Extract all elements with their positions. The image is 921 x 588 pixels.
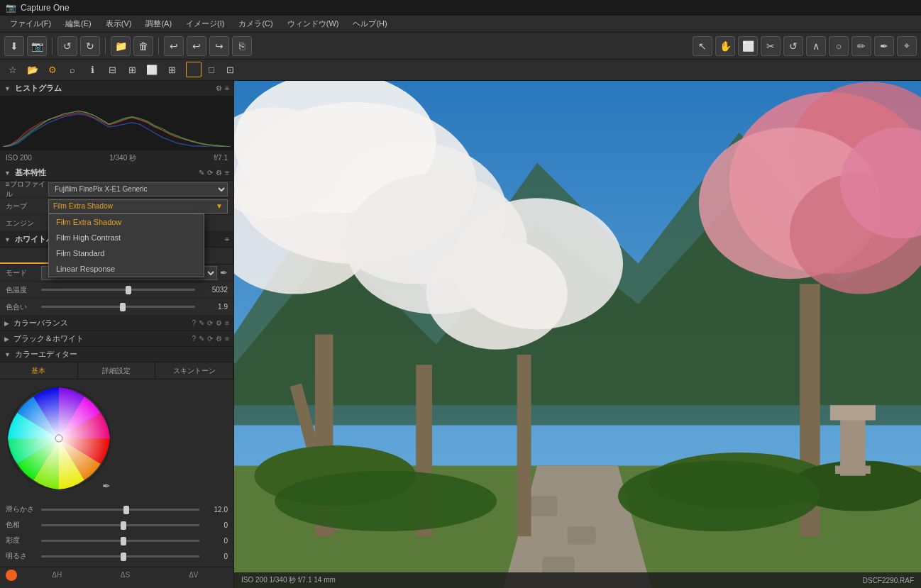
basic-props-ctrl2[interactable]: ⟳ xyxy=(207,169,213,177)
move-to-button[interactable]: 📁 xyxy=(111,36,131,56)
rotate-tool[interactable]: ↺ xyxy=(783,36,803,56)
loupe-tool[interactable]: ⬜ xyxy=(738,36,758,56)
menu-help[interactable]: ヘルプ(H) xyxy=(346,17,394,30)
eyedrop-icon[interactable]: ✒ xyxy=(220,267,228,278)
menu-file[interactable]: ファイル(F) xyxy=(3,17,58,30)
histogram-ctrl1[interactable]: ⚙ xyxy=(216,84,222,92)
cb-icons: ? ✎ ⟳ ⚙ ≡ xyxy=(192,319,229,327)
cb-icon1[interactable]: ? xyxy=(192,319,197,327)
lightness-value: 0 xyxy=(199,553,228,560)
bw-icon5[interactable]: ≡ xyxy=(225,335,229,343)
menu-image[interactable]: イメージ(I) xyxy=(179,17,231,30)
ce-panel-header[interactable]: ▼ カラーエディター xyxy=(0,347,233,362)
cb-icon4[interactable]: ⚙ xyxy=(216,319,222,327)
wb-ctrl-eq[interactable]: ≡ xyxy=(225,235,229,243)
smoothness-track[interactable] xyxy=(41,509,199,511)
smoothness-label: 滑らかさ xyxy=(6,504,41,514)
curve-dropdown-trigger[interactable]: Film Extra Shadow ▼ xyxy=(48,199,228,213)
tint-slider-track[interactable] xyxy=(41,306,195,308)
ce-tab-basic[interactable]: 基本 xyxy=(0,362,78,379)
hue-thumb[interactable] xyxy=(121,521,126,530)
view-mode-orange[interactable] xyxy=(186,62,202,77)
cursor-tool[interactable]: ↖ xyxy=(693,36,712,56)
picker-tool[interactable]: ⌖ xyxy=(897,36,917,56)
profile-control: Fujifilm FinePix X-E1 Generic xyxy=(48,182,228,196)
tool-sliders[interactable]: ⊟ xyxy=(104,62,121,79)
rotate-left-button[interactable]: ↺ xyxy=(57,36,77,56)
hue-track[interactable] xyxy=(41,524,199,526)
profile-select[interactable]: Fujifilm FinePix X-E1 Generic xyxy=(48,182,228,196)
wheel-eyedrop-icon[interactable]: ✒ xyxy=(102,480,111,492)
menu-window[interactable]: ウィンドウ(W) xyxy=(280,17,346,30)
redo-button2[interactable]: ↩ xyxy=(187,36,206,56)
menu-edit[interactable]: 編集(E) xyxy=(58,17,99,30)
histogram-header[interactable]: ▼ ヒストグラム ⚙ ≡ xyxy=(0,81,233,96)
delta-v-label: ΔV xyxy=(160,571,228,579)
rotate-right-button[interactable]: ↻ xyxy=(80,36,100,56)
ce-tab-skin[interactable]: スキントーン xyxy=(155,362,233,379)
histogram-ctrl2[interactable]: ≡ xyxy=(225,84,229,92)
tool-search[interactable]: ⌕ xyxy=(64,62,81,79)
saturation-track[interactable] xyxy=(41,540,199,542)
tint-label: 色合い xyxy=(6,302,41,312)
menu-adjust[interactable]: 調整(A) xyxy=(138,17,179,30)
view-mode-square2[interactable]: ⊡ xyxy=(221,62,238,79)
temp-slider-track[interactable] xyxy=(41,289,195,291)
pan-tool[interactable]: ✋ xyxy=(715,36,735,56)
saturation-thumb[interactable] xyxy=(121,537,126,545)
ce-panel-title: カラーエディター xyxy=(15,349,77,360)
tool-grid[interactable]: ⊞ xyxy=(123,62,140,79)
tint-value: 1.9 xyxy=(199,303,228,311)
saturation-label: 彩度 xyxy=(6,536,41,545)
cb-icon2[interactable]: ✎ xyxy=(199,319,204,327)
menu-camera[interactable]: カメラ(C) xyxy=(231,17,280,30)
tool-folder[interactable]: 📂 xyxy=(24,62,41,79)
curve-option-linear-response[interactable]: Linear Response xyxy=(49,261,204,277)
tool-grid2[interactable]: ⊞ xyxy=(163,62,180,79)
view-mode-square1[interactable]: □ xyxy=(203,62,220,79)
tool-info[interactable]: ℹ xyxy=(84,62,101,79)
bw-header[interactable]: ▶ ブラック＆ホワイト ? ✎ ⟳ ⚙ ≡ xyxy=(0,331,233,347)
copy-button[interactable]: ⎘ xyxy=(232,36,252,56)
saturation-row: 彩度 0 xyxy=(6,533,228,548)
eraser-tool[interactable]: ✒ xyxy=(874,36,894,56)
histogram-svg xyxy=(3,99,231,147)
curve-option-film-standard[interactable]: Film Standard xyxy=(49,245,204,261)
bw-icon4[interactable]: ⚙ xyxy=(216,335,222,343)
menu-view[interactable]: 表示(V) xyxy=(99,17,139,30)
basic-props-ctrl3[interactable]: ⚙ xyxy=(216,169,222,177)
curve-dropdown-list: Film Extra Shadow Film High Contrast Fil… xyxy=(48,213,204,277)
curve-control: Film Extra Shadow ▼ Film Extra Shadow Fi… xyxy=(48,199,228,213)
brush-tool[interactable]: ✏ xyxy=(851,36,871,56)
lightness-track[interactable] xyxy=(41,555,199,558)
cb-icon3[interactable]: ⟳ xyxy=(207,319,213,327)
color-swatch xyxy=(6,570,17,581)
smoothness-thumb[interactable] xyxy=(123,506,129,514)
bw-icon1[interactable]: ? xyxy=(192,335,197,343)
delete-button[interactable]: 🗑 xyxy=(133,36,153,56)
undo-button[interactable]: ↩ xyxy=(164,36,184,56)
forward-button[interactable]: ↪ xyxy=(209,36,229,56)
tool-adjust[interactable]: ⚙ xyxy=(44,62,61,79)
curve-option-film-extra-shadow[interactable]: Film Extra Shadow xyxy=(49,214,204,230)
curve-label: カーブ xyxy=(6,201,48,211)
tool-camera2[interactable]: ⬜ xyxy=(143,62,160,79)
import-button[interactable]: ⬇ xyxy=(4,36,24,56)
curve-option-film-high-contrast[interactable]: Film High Contrast xyxy=(49,230,204,245)
circle-tool[interactable]: ○ xyxy=(829,36,849,56)
tool-star[interactable]: ☆ xyxy=(4,62,21,79)
basic-props-ctrl1[interactable]: ✎ xyxy=(199,169,204,177)
color-balance-header[interactable]: ▶ カラーバランス ? ✎ ⟳ ⚙ ≡ xyxy=(0,316,233,331)
bw-icon2[interactable]: ✎ xyxy=(199,335,204,343)
bw-icon3[interactable]: ⟳ xyxy=(207,335,213,343)
lightness-thumb[interactable] xyxy=(121,553,126,561)
camera-button[interactable]: 📷 xyxy=(27,36,47,56)
crop-tool[interactable]: ✂ xyxy=(761,36,781,56)
horizon-tool[interactable]: ∧ xyxy=(806,36,826,56)
tint-slider-thumb[interactable] xyxy=(120,303,126,311)
basic-props-ctrl4[interactable]: ≡ xyxy=(225,169,229,177)
app-title: Capture One xyxy=(21,3,70,13)
cb-icon5[interactable]: ≡ xyxy=(225,319,229,327)
ce-tab-advanced[interactable]: 詳細設定 xyxy=(78,362,156,379)
temp-slider-thumb[interactable] xyxy=(126,286,131,294)
